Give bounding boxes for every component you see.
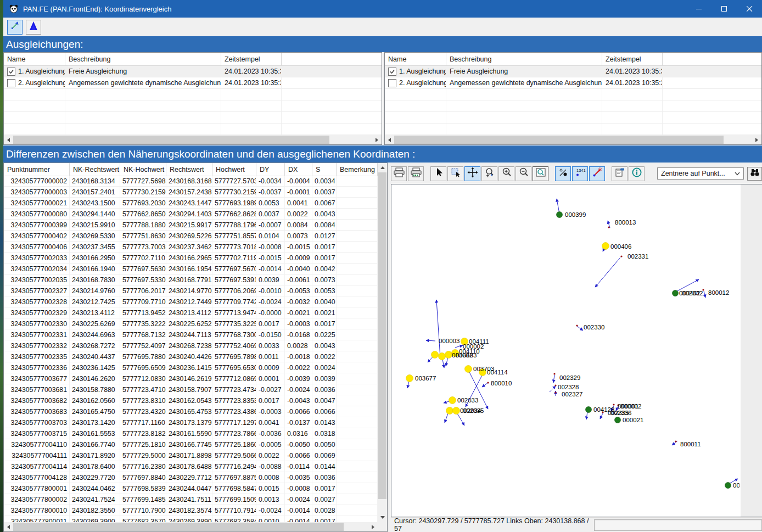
horizontal-scrollbar[interactable] <box>4 135 382 144</box>
diff-table-row[interactable]: 3243057770020352430168.78305777697.53302… <box>4 275 378 285</box>
map-point-red[interactable] <box>613 404 614 405</box>
scroll-left-arrow[interactable] <box>4 522 13 531</box>
map-point-yellow[interactable] <box>446 407 453 415</box>
map-point-yellow[interactable] <box>449 397 456 404</box>
scroll-right-arrow[interactable] <box>368 522 378 531</box>
histogram-button[interactable] <box>26 20 41 35</box>
column-header[interactable]: Beschreibung <box>65 53 221 65</box>
diff-table-row[interactable]: 3243057770004022430269.53305777751.86302… <box>4 231 378 242</box>
diff-table-row[interactable]: 3243057770000212430243.15005777693.20302… <box>4 198 378 209</box>
scrollbar-thumb[interactable] <box>394 136 724 144</box>
checkbox-checked[interactable] <box>388 68 396 76</box>
zoom-out-button[interactable] <box>516 166 531 181</box>
map-point-red[interactable] <box>554 391 556 393</box>
column-header-nkhochwert[interactable]: NK-Hochwert <box>120 163 166 176</box>
diff-table-row[interactable]: 3243057770023282430212.74255777709.77102… <box>4 296 378 307</box>
diff-table-row[interactable]: 3243057770023292430213.41125777713.94522… <box>4 307 378 318</box>
scroll-left-arrow[interactable] <box>4 135 13 144</box>
toggle-labels-button[interactable]: 1341 <box>572 166 588 181</box>
column-header-dy[interactable]: DY <box>256 163 285 176</box>
diff-table-row[interactable]: 3243057770023272430214.97605777706.20172… <box>4 285 378 296</box>
diff-table-row[interactable]: 3243057770041282430229.77205777697.88402… <box>4 472 378 483</box>
adjustment-row[interactable]: 2. AusgleichungAngemessen gewichtete dyn… <box>385 77 761 89</box>
map-point-yellow[interactable] <box>465 366 472 373</box>
diff-table-row[interactable]: 3243057778000022430241.75245777699.14852… <box>4 494 378 505</box>
diff-table-row[interactable]: 3243057770041142430178.64005777716.23802… <box>4 461 378 472</box>
scroll-up-arrow[interactable] <box>378 163 387 172</box>
close-button[interactable] <box>737 0 762 18</box>
zoom-in-button[interactable] <box>498 166 514 181</box>
diff-table-row[interactable]: 3243057770023322430268.72725777752.40972… <box>4 340 378 351</box>
maximize-button[interactable] <box>711 0 737 18</box>
diff-table-row[interactable]: 3243057770036812430158.78805777723.47102… <box>4 384 378 395</box>
map-point-green[interactable] <box>673 290 679 296</box>
map-point-red[interactable] <box>554 384 556 386</box>
map-point-yellow[interactable] <box>453 407 460 415</box>
column-header[interactable]: Name <box>4 53 65 65</box>
column-header[interactable]: Name <box>385 53 446 65</box>
info-button[interactable] <box>629 166 645 181</box>
diff-table-row[interactable]: 3243057770023362430236.14255777695.65092… <box>4 362 378 373</box>
pan-button[interactable] <box>464 166 480 181</box>
checkbox-unchecked[interactable] <box>7 79 15 87</box>
map-point-green[interactable] <box>586 407 592 413</box>
find-point-button[interactable] <box>747 167 762 181</box>
adjustment-row[interactable]: 1. AusgleichungFreie Ausgleichung24.01.2… <box>4 66 382 77</box>
map-point-red[interactable] <box>620 255 622 257</box>
vertical-scrollbar[interactable] <box>378 163 387 522</box>
checkbox-unchecked[interactable] <box>388 79 396 87</box>
properties-button[interactable] <box>612 166 627 181</box>
adjustment-row[interactable]: 2. AusgleichungAngemessen gewichtete dyn… <box>4 77 382 89</box>
map-panel[interactable]: 0003998000130004060023310004020023328000… <box>391 184 762 517</box>
toggle-points-button[interactable] <box>555 166 571 181</box>
map-point-red[interactable] <box>553 373 555 374</box>
scroll-down-arrow[interactable] <box>378 513 387 522</box>
scrollbar-thumb[interactable] <box>13 136 329 144</box>
column-header-punktnummer[interactable]: Punktnummer <box>4 163 70 176</box>
map-point-red[interactable] <box>487 382 489 383</box>
select-button[interactable] <box>430 166 446 181</box>
diff-table-row[interactable]: 3243057770000022430168.31345777727.56982… <box>4 176 378 187</box>
diff-table-row[interactable]: 3243057770020342430166.19405777697.56302… <box>4 264 378 275</box>
scroll-right-arrow[interactable] <box>752 135 761 144</box>
map-point-yellow[interactable] <box>439 353 446 360</box>
map-point-green[interactable] <box>557 212 563 218</box>
zoom-window-button[interactable] <box>533 166 548 181</box>
map-point-yellow[interactable] <box>602 243 609 250</box>
column-header-dx[interactable]: DX <box>285 163 312 176</box>
coordinate-map-canvas[interactable]: 0003998000130004060023310004020023328000… <box>391 184 762 517</box>
diff-table-row[interactable]: 3243057770037152430161.55535777723.81822… <box>4 428 378 439</box>
scrollbar-thumb[interactable] <box>378 172 386 499</box>
horizontal-scrollbar[interactable] <box>4 522 378 531</box>
diff-table-row[interactable]: 3243057770036772430146.26205777712.08302… <box>4 373 378 384</box>
diff-table-row[interactable]: 3243057770004062430237.34555777773.70032… <box>4 242 378 253</box>
diff-table-row[interactable]: 3243057770000032430157.24015777730.21592… <box>4 187 378 198</box>
column-header[interactable]: Beschreibung <box>446 53 602 65</box>
diff-table-row[interactable]: 3243057770041102430166.77405777725.18102… <box>4 439 378 450</box>
column-header[interactable] <box>663 53 761 65</box>
checkbox-checked[interactable] <box>7 68 15 76</box>
diff-table-row[interactable]: 3243057770023352430240.44375777695.78802… <box>4 351 378 362</box>
diff-table-row[interactable]: 3243057770041112430171.89205777729.50002… <box>4 450 378 461</box>
column-header[interactable] <box>282 53 382 65</box>
map-point-red[interactable] <box>675 440 676 442</box>
diff-table-row[interactable]: 3243057770037032430173.14205777717.11602… <box>4 417 378 428</box>
diff-table-row[interactable]: 3243057778000102430182.35505777710.79002… <box>4 505 378 516</box>
scrollbar-thumb[interactable] <box>13 523 344 531</box>
map-point-yellow[interactable] <box>432 351 439 359</box>
column-header-rechtswert[interactable]: Rechtswert <box>166 163 212 176</box>
map-point-yellow[interactable] <box>406 375 413 382</box>
map-point-yellow[interactable] <box>445 351 452 359</box>
diff-table-row[interactable]: 3243057770023302430225.62695777735.32222… <box>4 318 378 329</box>
print-button[interactable] <box>391 166 407 181</box>
diff-table-row[interactable]: 3243057770000802430294.14405777662.86502… <box>4 209 378 220</box>
diff-table-row[interactable]: 3243057770023312430244.69635777768.71322… <box>4 329 378 340</box>
expand-compare-button[interactable] <box>7 20 23 35</box>
horizontal-scrollbar[interactable] <box>385 135 761 144</box>
toggle-vectors-button[interactable] <box>589 166 605 181</box>
diff-table-row[interactable]: 3243057770003992430215.99105777788.18802… <box>4 220 378 231</box>
map-point-green[interactable] <box>615 417 621 423</box>
diff-table-row[interactable]: 3243057778000012430244.04625777698.58392… <box>4 483 378 494</box>
column-header-nkrechtswert[interactable]: NK-Rechtswert <box>70 163 120 176</box>
diff-table-row[interactable]: 3243057770020332430166.29505777702.71102… <box>4 253 378 264</box>
